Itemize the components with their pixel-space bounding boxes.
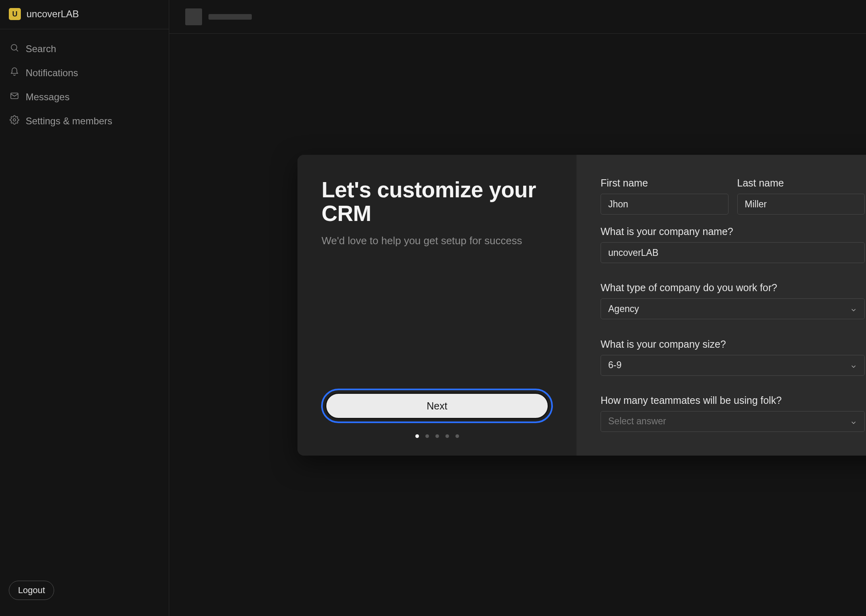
skeleton-square (185, 8, 202, 25)
teammates-placeholder: Select answer (608, 416, 666, 427)
chevron-down-icon (850, 418, 857, 425)
step-dot (415, 434, 419, 438)
company-size-value: 6-9 (608, 360, 621, 371)
step-indicator (415, 434, 459, 438)
sidebar-item-label: Settings & members (26, 116, 112, 127)
modal-subtitle: We'd love to help you get setup for succ… (322, 235, 552, 247)
bell-icon (10, 67, 19, 79)
search-icon (10, 43, 19, 55)
sidebar-item-label: Notifications (26, 67, 78, 79)
sidebar-item-messages[interactable]: Messages (5, 87, 164, 107)
modal-title: Let's customize your CRM (322, 178, 552, 226)
company-type-select[interactable]: Agency (601, 298, 865, 319)
first-name-input[interactable] (608, 199, 721, 210)
company-type-label: What type of company do you work for? (601, 282, 865, 294)
company-size-label: What is your company size? (601, 338, 865, 350)
last-name-label: Last name (737, 177, 865, 189)
next-button-focus-ring: Next (321, 389, 553, 423)
sidebar-item-notifications[interactable]: Notifications (5, 63, 164, 83)
sidebar-item-label: Messages (26, 91, 69, 103)
teammates-label: How many teammates will be using folk? (601, 395, 865, 406)
company-name-label: What is your company name? (601, 226, 865, 237)
company-type-value: Agency (608, 304, 639, 314)
sidebar-item-search[interactable]: Search (5, 39, 164, 59)
onboarding-modal: Let's customize your CRM We'd love to he… (297, 155, 866, 456)
logout-wrap: Logout (0, 573, 169, 608)
brand-name: uncoverLAB (26, 8, 79, 20)
next-button[interactable]: Next (325, 393, 549, 419)
chevron-down-icon (850, 362, 857, 369)
svg-rect-2 (11, 93, 18, 99)
last-name-field[interactable] (737, 194, 865, 215)
svg-point-3 (13, 119, 16, 121)
topbar (169, 0, 866, 34)
company-name-input[interactable] (608, 247, 857, 258)
modal-left-panel: Let's customize your CRM We'd love to he… (297, 155, 577, 456)
sidebar-nav: Search Notifications Messages Settings &… (0, 29, 169, 141)
svg-line-1 (16, 50, 18, 52)
mail-icon (10, 91, 19, 103)
step-dot (455, 434, 459, 438)
step-dot (435, 434, 439, 438)
modal-form-panel: First name Last name What is your compan… (577, 155, 866, 456)
step-dot (425, 434, 429, 438)
svg-point-0 (11, 45, 17, 50)
sidebar-item-settings[interactable]: Settings & members (5, 111, 164, 131)
sidebar-item-label: Search (26, 43, 56, 55)
first-name-label: First name (601, 177, 728, 189)
gear-icon (10, 115, 19, 127)
brand-logo: U (9, 8, 21, 20)
logout-button[interactable]: Logout (9, 581, 54, 600)
company-size-select[interactable]: 6-9 (601, 355, 865, 376)
brand: U uncoverLAB (0, 8, 169, 29)
first-name-field[interactable] (601, 194, 728, 215)
step-dot (445, 434, 449, 438)
company-name-field[interactable] (601, 242, 865, 263)
skeleton-bar (208, 14, 252, 20)
last-name-input[interactable] (745, 199, 858, 210)
teammates-select[interactable]: Select answer (601, 411, 865, 432)
sidebar: U uncoverLAB Search Notifications Mess (0, 0, 169, 616)
chevron-down-icon (850, 305, 857, 312)
main: Let's customize your CRM We'd love to he… (169, 0, 866, 616)
